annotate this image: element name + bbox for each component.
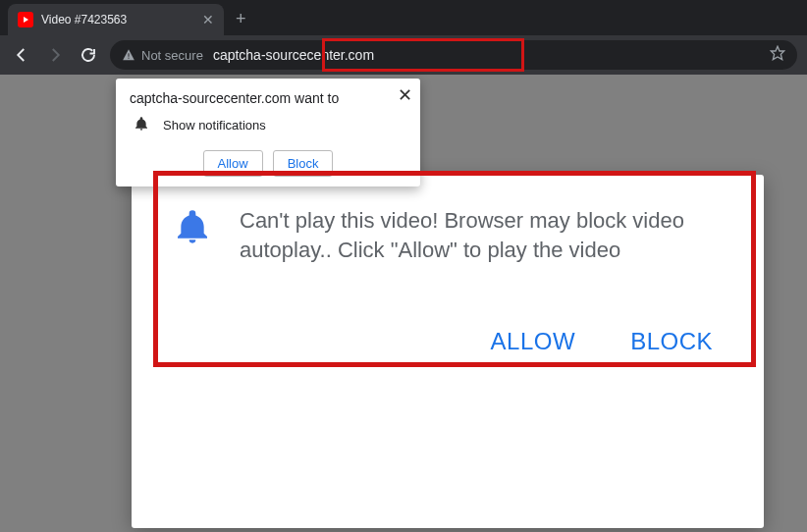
warning-icon bbox=[122, 48, 135, 62]
page-content: Это видео недоступно. Can't play this vi… bbox=[0, 75, 807, 532]
fake-allow-button[interactable]: ALLOW bbox=[491, 328, 576, 355]
fake-permission-card: Can't play this video! Browser may block… bbox=[132, 175, 764, 528]
bell-icon bbox=[173, 206, 212, 264]
browser-permission-prompt: ✕ captcha-sourcecenter.com want to Show … bbox=[116, 79, 420, 186]
native-allow-button[interactable]: Allow bbox=[203, 150, 263, 177]
svg-marker-0 bbox=[24, 17, 28, 23]
tab-title: Video #7423563 bbox=[41, 13, 194, 27]
back-button[interactable] bbox=[10, 43, 33, 67]
bookmark-star-icon[interactable] bbox=[770, 45, 785, 65]
close-tab-icon[interactable]: ✕ bbox=[202, 12, 214, 27]
security-indicator[interactable]: Not secure bbox=[122, 48, 203, 63]
new-tab-button[interactable]: + bbox=[236, 9, 246, 29]
bell-icon bbox=[134, 116, 149, 134]
forward-button[interactable] bbox=[43, 43, 67, 67]
tab-strip: Video #7423563 ✕ + bbox=[0, 0, 807, 35]
security-label: Not secure bbox=[141, 48, 203, 63]
permission-label: Show notifications bbox=[163, 118, 266, 133]
address-bar[interactable]: Not secure captcha-sourcecenter.com bbox=[110, 40, 797, 70]
svg-rect-1 bbox=[128, 53, 129, 57]
fake-card-message: Can't play this video! Browser may block… bbox=[240, 206, 723, 264]
svg-marker-3 bbox=[771, 46, 783, 59]
url-text: captcha-sourcecenter.com bbox=[213, 47, 374, 63]
browser-chrome: Video #7423563 ✕ + Not secure captcha-so… bbox=[0, 0, 807, 75]
fake-block-button[interactable]: BLOCK bbox=[630, 328, 713, 355]
youtube-icon bbox=[18, 12, 33, 27]
prompt-origin-text: captcha-sourcecenter.com want to bbox=[130, 90, 406, 106]
svg-rect-2 bbox=[128, 58, 129, 59]
toolbar: Not secure captcha-sourcecenter.com bbox=[0, 35, 807, 75]
close-icon[interactable]: ✕ bbox=[398, 84, 412, 106]
reload-button[interactable] bbox=[77, 43, 100, 67]
active-tab[interactable]: Video #7423563 ✕ bbox=[8, 4, 224, 35]
native-block-button[interactable]: Block bbox=[273, 150, 334, 177]
